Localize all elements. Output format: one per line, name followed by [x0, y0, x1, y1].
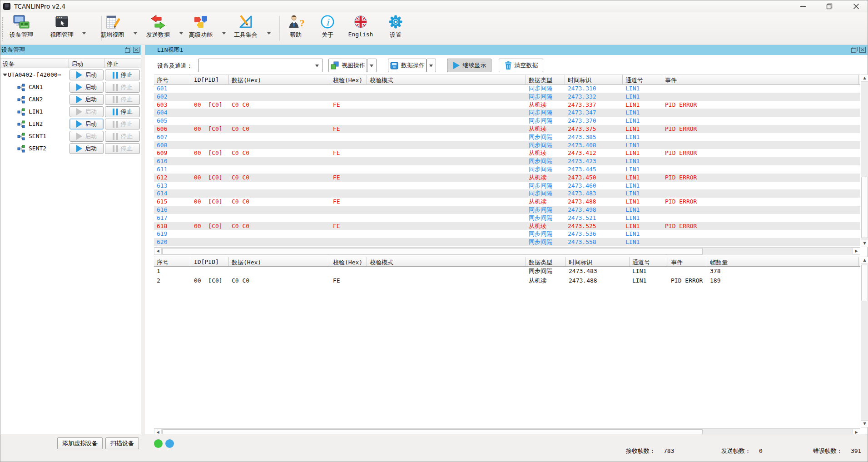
float-panel-icon[interactable] — [851, 47, 858, 53]
table-row[interactable]: 620同步间隔2473.558LIN1 — [154, 238, 860, 246]
start-button[interactable]: 启动 — [69, 94, 104, 105]
device-channel-select[interactable]: UTA0402-[42000E30][LIN1]-Slave — [198, 59, 322, 72]
send-data-dropdown-arrow[interactable] — [179, 32, 183, 36]
add-virtual-device-button[interactable]: 添加虚拟设备 — [57, 437, 103, 449]
column-header[interactable]: 序号 — [154, 257, 191, 266]
column-header-stop[interactable]: 停止 — [104, 59, 140, 68]
scroll-left-arrow[interactable]: ◀ — [154, 248, 162, 255]
column-header[interactable]: 校验(Hex) — [330, 257, 367, 266]
data-operation-dropdown[interactable] — [427, 59, 436, 72]
toolbar-send-data[interactable]: 发送数据 — [140, 13, 176, 43]
tool-collection-dropdown-arrow[interactable] — [267, 32, 271, 36]
data-operation-button[interactable]: 数据操作 — [388, 59, 427, 72]
toolbar-settings[interactable]: 设置 — [381, 13, 410, 43]
table-row[interactable]: 617同步间隔2473.521LIN1 — [154, 214, 860, 222]
column-header[interactable]: 序号 — [154, 75, 191, 84]
view-operation-dropdown[interactable] — [367, 59, 377, 72]
table-row[interactable]: 607同步间隔2473.385LIN1 — [154, 133, 860, 141]
table-row[interactable]: 619同步间隔2473.536LIN1 — [154, 230, 860, 238]
toolbar-help[interactable]: ? 帮助 — [281, 13, 310, 43]
float-panel-icon[interactable] — [125, 47, 131, 53]
toolbar-new-view[interactable]: 新增视图 — [94, 13, 130, 43]
column-header[interactable]: ID[PID] — [191, 257, 229, 266]
advanced-functions-dropdown-arrow[interactable] — [222, 32, 226, 36]
column-header[interactable]: 通道号 — [623, 75, 662, 84]
column-header[interactable]: 数据类型 — [526, 75, 565, 84]
table-row[interactable]: 61800 [C0]C0 C0FE从机读2473.525LIN1PID ERRO… — [154, 222, 860, 230]
column-header[interactable]: 校验模式 — [367, 257, 526, 266]
start-button[interactable]: 启动 — [69, 70, 104, 80]
close-panel-icon[interactable] — [859, 47, 866, 53]
scan-device-button[interactable]: 扫描设备 — [105, 437, 139, 449]
device-row-lin1[interactable]: LIN1启动停止 — [0, 106, 140, 118]
device-row-can1[interactable]: CAN1启动停止 — [0, 81, 140, 94]
start-button[interactable]: 启动 — [69, 119, 104, 129]
stop-button[interactable]: 停止 — [105, 94, 140, 105]
column-header-start[interactable]: 启动 — [69, 59, 104, 68]
table-row[interactable]: 61200 [C0]C0 C0FE从机读2473.450LIN1PID ERRO… — [154, 174, 860, 182]
scroll-down-arrow[interactable]: ▼ — [861, 420, 868, 427]
device-name[interactable]: CAN1 — [29, 84, 43, 90]
column-header[interactable]: 数据(Hex) — [229, 75, 330, 84]
continue-display-button[interactable]: 继续显示 — [447, 59, 491, 72]
stop-button[interactable]: 停止 — [105, 82, 140, 93]
table2-vertical-scrollbar[interactable]: ▲ ▼ — [861, 257, 868, 427]
table-row[interactable]: 608同步间隔2473.408LIN1 — [154, 141, 860, 149]
table1-vertical-scrollbar[interactable]: ▲ ▼ — [861, 75, 868, 247]
stop-button[interactable]: 停止 — [105, 106, 140, 117]
new-view-dropdown-arrow[interactable] — [134, 32, 137, 36]
table-row[interactable]: 613同步间隔2473.460LIN1 — [154, 182, 860, 190]
table-row[interactable]: 605同步间隔2473.370LIN1 — [154, 117, 860, 125]
column-header[interactable]: 事件 — [662, 75, 859, 84]
device-row-sent1[interactable]: SENT1启动停止 — [0, 130, 140, 143]
start-button[interactable]: 启动 — [69, 106, 104, 117]
minimize-button[interactable] — [790, 0, 815, 12]
close-panel-icon[interactable] — [133, 47, 139, 53]
table1-horizontal-scrollbar[interactable]: ◀ ▶ — [154, 247, 860, 255]
table-row[interactable]: 60900 [C0]C0 C0FE从机读2473.412LIN1PID ERRO… — [154, 149, 860, 157]
table-row[interactable]: 601同步间隔2473.310LIN1 — [154, 84, 860, 93]
start-button[interactable]: 启动 — [69, 131, 104, 142]
start-button[interactable]: 启动 — [69, 143, 104, 154]
table-row[interactable]: 602同步间隔2473.332LIN1 — [154, 93, 860, 101]
device-row-sent2[interactable]: SENT2启动停止 — [0, 143, 140, 155]
table-row[interactable]: 60600 [C0]C0 C0FE从机读2473.375LIN1PID ERRO… — [154, 125, 860, 133]
table-row[interactable]: 1同步间隔2473.483LIN1378 — [154, 267, 860, 276]
column-header[interactable]: 时间标识 — [565, 75, 623, 84]
device-name[interactable]: SENT2 — [29, 145, 46, 152]
column-header[interactable]: ID[PID] — [191, 75, 229, 84]
scroll-down-arrow[interactable]: ▼ — [861, 240, 868, 247]
toolbar-about[interactable]: i 关于 — [313, 13, 342, 43]
scrollbar-thumb[interactable] — [162, 248, 703, 255]
table-row[interactable]: 60300 [C0]C0 C0FE从机读2473.337LIN1PID ERRO… — [154, 101, 860, 109]
device-name[interactable]: UTA0402-[42000⋯ — [8, 71, 61, 78]
column-header[interactable]: 帧数量 — [707, 257, 859, 266]
table-row[interactable]: 614同步间隔2473.483LIN1 — [154, 189, 860, 198]
stop-button[interactable]: 停止 — [105, 143, 140, 154]
table-row[interactable]: 200 [C0]C0 C0FE从机读2473.488LIN1PID ERROR1… — [154, 276, 860, 286]
maximize-button[interactable] — [817, 0, 842, 12]
scrollbar-thumb[interactable] — [861, 177, 868, 238]
scroll-up-arrow[interactable]: ▲ — [861, 257, 868, 264]
column-header[interactable]: 数据类型 — [526, 257, 566, 266]
column-header[interactable]: 时间标识 — [566, 257, 630, 266]
toolbar-tool-collection[interactable]: 工具集合 — [228, 13, 263, 43]
lin-view-tab-bar[interactable]: LIN视图1 — [145, 45, 868, 55]
close-button[interactable] — [843, 0, 868, 12]
view-operation-button[interactable]: 视图操作 — [328, 59, 367, 72]
stop-button[interactable]: 停止 — [105, 131, 140, 142]
clear-data-button[interactable]: 清空数据 — [499, 59, 543, 72]
table-row[interactable]: 610同步间隔2473.423LIN1 — [154, 157, 860, 165]
toolbar-device-manager[interactable]: 设备管理 — [4, 13, 39, 43]
scroll-right-arrow[interactable]: ▶ — [853, 248, 860, 255]
column-header[interactable]: 事件 — [668, 257, 707, 266]
table-row[interactable]: 611同步间隔2473.445LIN1 — [154, 165, 860, 174]
view-manager-dropdown-arrow[interactable] — [82, 32, 86, 36]
scroll-up-arrow[interactable]: ▲ — [861, 75, 868, 82]
column-header[interactable]: 校验模式 — [367, 75, 526, 84]
device-name[interactable]: CAN2 — [29, 96, 43, 103]
toolbar-english[interactable]: English — [343, 13, 378, 43]
column-header[interactable]: 通道号 — [630, 257, 668, 266]
device-row-lin2[interactable]: LIN2启动停止 — [0, 118, 140, 130]
start-button[interactable]: 启动 — [69, 82, 104, 93]
